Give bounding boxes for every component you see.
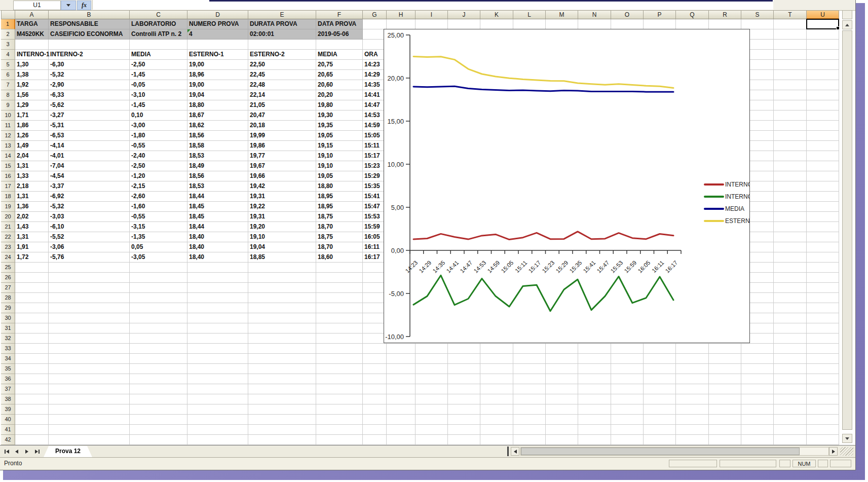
cell-T22[interactable] <box>774 232 807 242</box>
hscroll-left-button[interactable] <box>511 447 519 456</box>
cell-D12[interactable]: 18,56 <box>187 131 248 141</box>
cell-E12[interactable]: 19,99 <box>248 131 316 141</box>
cell-S38[interactable] <box>741 394 774 404</box>
cell-C20[interactable]: -0,55 <box>130 212 187 222</box>
cell-G39[interactable] <box>363 404 387 415</box>
cell-D15[interactable]: 18,49 <box>187 161 248 171</box>
hscroll-right-button[interactable] <box>829 447 838 456</box>
cell-K41[interactable] <box>480 425 513 435</box>
cell-G33[interactable] <box>363 344 387 354</box>
cell-L34[interactable] <box>513 354 546 364</box>
row-header-37[interactable]: 37 <box>1 384 15 394</box>
cell-H34[interactable] <box>387 354 416 364</box>
row-header-26[interactable]: 26 <box>1 273 15 283</box>
cell-J37[interactable] <box>448 384 480 394</box>
cell-G26[interactable] <box>363 273 387 283</box>
cell-I36[interactable] <box>416 374 448 384</box>
cell-S36[interactable] <box>741 374 774 384</box>
cell-B1[interactable]: RESPONSABILE <box>49 19 130 29</box>
cell-D5[interactable]: 19,00 <box>187 60 248 70</box>
cell-J35[interactable] <box>448 364 480 374</box>
cell-G34[interactable] <box>363 354 387 364</box>
cell-H39[interactable] <box>387 404 416 415</box>
cell-G21[interactable]: 15:59 <box>363 222 387 232</box>
cell-S33[interactable] <box>741 344 774 354</box>
cell-E19[interactable]: 19,22 <box>248 202 316 212</box>
cell-U13[interactable] <box>807 141 839 151</box>
cell-A13[interactable]: 1,49 <box>15 141 49 151</box>
cell-T7[interactable] <box>774 80 807 90</box>
cell-Q37[interactable] <box>676 384 709 394</box>
cell-H40[interactable] <box>387 415 416 425</box>
cell-F23[interactable]: 18,70 <box>316 242 363 252</box>
vscroll-up-button[interactable] <box>842 20 852 29</box>
name-box-dropdown[interactable] <box>61 1 76 10</box>
row-header-1[interactable]: 1 <box>1 19 15 29</box>
temperature-line-chart[interactable]: 25,0020,0015,0010,005,000,00-5,00-10,001… <box>384 29 750 343</box>
cell-R39[interactable] <box>709 404 741 415</box>
cell-S42[interactable] <box>741 435 774 445</box>
cell-T9[interactable] <box>774 100 807 110</box>
cell-U38[interactable] <box>807 394 839 404</box>
cell-C5[interactable]: -2,50 <box>130 60 187 70</box>
cell-P40[interactable] <box>644 415 676 425</box>
cell-T18[interactable] <box>774 192 807 202</box>
cell-B41[interactable] <box>49 425 130 435</box>
cell-I37[interactable] <box>416 384 448 394</box>
cell-J33[interactable] <box>448 344 480 354</box>
cell-M33[interactable] <box>546 344 578 354</box>
cell-B24[interactable]: -5,76 <box>49 252 130 263</box>
cell-A40[interactable] <box>15 415 49 425</box>
cell-O42[interactable] <box>611 435 644 445</box>
cell-B18[interactable]: -6,92 <box>49 192 130 202</box>
cell-C16[interactable]: -1,20 <box>130 171 187 181</box>
cell-A7[interactable]: 1,92 <box>15 80 49 90</box>
cell-G19[interactable]: 15:47 <box>363 202 387 212</box>
cell-F33[interactable] <box>316 344 363 354</box>
cell-G14[interactable]: 15:17 <box>363 151 387 161</box>
row-header-2[interactable]: 2 <box>1 29 15 40</box>
row-header-4[interactable]: 4 <box>1 50 15 60</box>
cell-P1[interactable] <box>644 19 676 29</box>
cell-A33[interactable] <box>15 344 49 354</box>
cell-B6[interactable]: -5,32 <box>49 70 130 80</box>
cell-G18[interactable]: 15:41 <box>363 192 387 202</box>
cell-N39[interactable] <box>578 404 611 415</box>
cell-K36[interactable] <box>480 374 513 384</box>
cell-T27[interactable] <box>774 283 807 293</box>
cell-U14[interactable] <box>807 151 839 161</box>
cell-C17[interactable]: -2,15 <box>130 181 187 192</box>
cell-N36[interactable] <box>578 374 611 384</box>
cell-F30[interactable] <box>316 313 363 323</box>
cell-F31[interactable] <box>316 323 363 333</box>
cell-Q33[interactable] <box>676 344 709 354</box>
cell-E27[interactable] <box>248 283 316 293</box>
cell-D27[interactable] <box>187 283 248 293</box>
cell-B7[interactable]: -2,90 <box>49 80 130 90</box>
column-header-M[interactable]: M <box>546 10 578 19</box>
cell-J36[interactable] <box>448 374 480 384</box>
cell-M41[interactable] <box>546 425 578 435</box>
row-header-31[interactable]: 31 <box>1 323 15 333</box>
cell-Q40[interactable] <box>676 415 709 425</box>
cell-A1[interactable]: TARGA <box>15 19 49 29</box>
cell-B42[interactable] <box>49 435 130 445</box>
cell-F29[interactable] <box>316 303 363 313</box>
cell-O37[interactable] <box>611 384 644 394</box>
cell-U12[interactable] <box>807 131 839 141</box>
cell-E3[interactable] <box>248 40 316 50</box>
column-header-B[interactable]: B <box>49 10 130 19</box>
cell-H38[interactable] <box>387 394 416 404</box>
cell-F34[interactable] <box>316 354 363 364</box>
cell-C24[interactable]: -3,05 <box>130 252 187 263</box>
name-box[interactable]: U1 <box>13 1 61 10</box>
cell-T6[interactable] <box>774 70 807 80</box>
cell-F3[interactable] <box>316 40 363 50</box>
cell-P36[interactable] <box>644 374 676 384</box>
cell-I1[interactable] <box>416 19 448 29</box>
cell-U18[interactable] <box>807 192 839 202</box>
cell-U17[interactable] <box>807 181 839 192</box>
cell-E6[interactable]: 22,45 <box>248 70 316 80</box>
cell-D17[interactable]: 18,53 <box>187 181 248 192</box>
cell-B11[interactable]: -5,31 <box>49 121 130 131</box>
